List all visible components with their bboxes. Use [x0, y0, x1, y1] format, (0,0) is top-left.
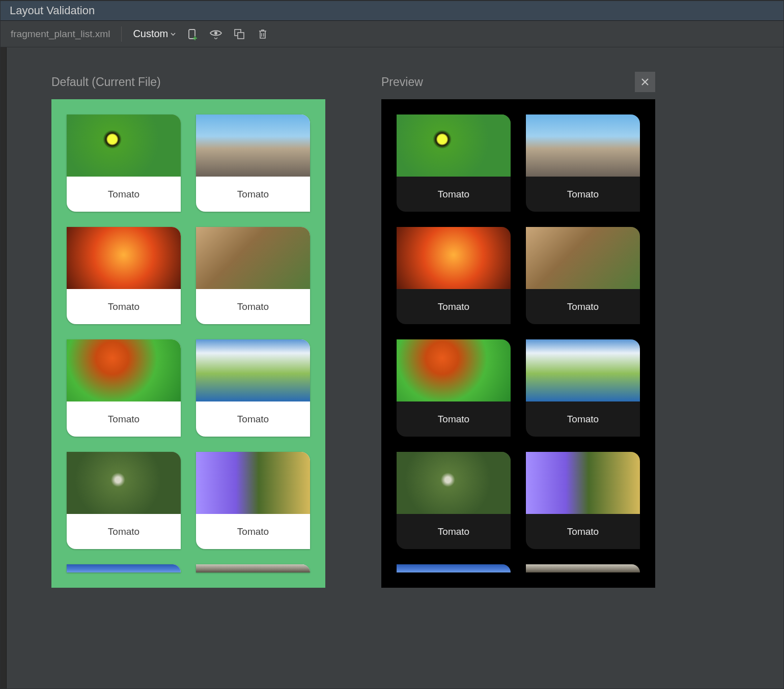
plant-image [397, 564, 511, 572]
plant-image [67, 114, 181, 177]
svg-rect-3 [238, 33, 244, 39]
panel-default: Default (Current File) TomatoTomatoTomat… [51, 72, 325, 672]
plant-image [526, 114, 640, 177]
add-device-icon [186, 28, 199, 40]
plant-image [67, 564, 181, 572]
plant-card[interactable] [526, 564, 640, 572]
plant-image [397, 227, 511, 289]
plant-image [67, 339, 181, 401]
panel-preview: Preview TomatoTomatoTomatoTomatoTomatoTo… [381, 72, 655, 672]
plant-image [196, 564, 310, 572]
visibility-button[interactable] [209, 27, 223, 41]
plant-image [526, 564, 640, 572]
plant-label: Tomato [526, 514, 640, 549]
plant-label: Tomato [67, 289, 181, 324]
filename-label: fragment_plant_list.xml [11, 28, 110, 40]
window-title: Layout Validation [10, 4, 95, 17]
chevron-down-icon [170, 31, 176, 37]
plant-card[interactable]: Tomato [526, 339, 640, 437]
plant-label: Tomato [196, 177, 310, 212]
plant-label: Tomato [67, 177, 181, 212]
plant-label: Tomato [196, 289, 310, 324]
panel-title-preview: Preview [381, 75, 423, 89]
plant-label: Tomato [67, 514, 181, 549]
duplicate-icon [234, 28, 245, 40]
plant-label: Tomato [397, 514, 511, 549]
dropdown-label: Custom [133, 28, 168, 40]
preview-mode-dropdown[interactable]: Custom [133, 28, 176, 40]
trash-icon [258, 28, 268, 40]
plant-card[interactable]: Tomato [526, 227, 640, 324]
plant-image [196, 452, 310, 514]
plant-label: Tomato [526, 289, 640, 324]
plant-label: Tomato [196, 401, 310, 437]
svg-point-1 [214, 32, 217, 35]
plant-card[interactable]: Tomato [397, 227, 511, 324]
plant-image [526, 339, 640, 401]
plant-card[interactable] [196, 564, 310, 572]
plant-image [67, 227, 181, 289]
plant-card[interactable]: Tomato [67, 114, 181, 212]
plant-image [397, 452, 511, 514]
plant-image [196, 114, 310, 177]
plant-label: Tomato [196, 514, 310, 549]
content-area: Default (Current File) TomatoTomatoTomat… [1, 47, 783, 688]
titlebar: Layout Validation [1, 1, 783, 21]
plant-card[interactable]: Tomato [397, 452, 511, 549]
plant-label: Tomato [526, 177, 640, 212]
plant-card[interactable]: Tomato [526, 114, 640, 212]
plant-card[interactable]: Tomato [526, 452, 640, 549]
plant-image [526, 227, 640, 289]
plant-label: Tomato [397, 289, 511, 324]
close-preview-button[interactable] [635, 72, 655, 92]
plant-card[interactable]: Tomato [196, 452, 310, 549]
plant-card[interactable]: Tomato [67, 339, 181, 437]
svg-rect-0 [189, 30, 195, 39]
plant-image [526, 452, 640, 514]
duplicate-button[interactable] [232, 27, 246, 41]
plant-card[interactable]: Tomato [196, 339, 310, 437]
plant-card[interactable]: Tomato [196, 114, 310, 212]
add-device-button[interactable] [185, 27, 200, 41]
plant-card[interactable]: Tomato [67, 452, 181, 549]
plant-label: Tomato [526, 401, 640, 437]
toolbar-separator [121, 26, 122, 42]
plant-card[interactable] [397, 564, 511, 572]
plant-card[interactable]: Tomato [397, 339, 511, 437]
plant-image [397, 339, 511, 401]
plant-label: Tomato [397, 401, 511, 437]
plant-image [196, 339, 310, 401]
plant-card[interactable]: Tomato [67, 227, 181, 324]
plant-card[interactable]: Tomato [196, 227, 310, 324]
plant-image [397, 114, 511, 177]
plant-image [67, 452, 181, 514]
plant-label: Tomato [67, 401, 181, 437]
delete-button[interactable] [256, 27, 270, 41]
plant-image [196, 227, 310, 289]
device-frame-default[interactable]: TomatoTomatoTomatoTomatoTomatoTomatoToma… [51, 99, 325, 588]
device-frame-preview[interactable]: TomatoTomatoTomatoTomatoTomatoTomatoToma… [381, 99, 655, 588]
left-gutter [1, 47, 7, 688]
plant-card[interactable] [67, 564, 181, 572]
close-icon [640, 77, 650, 87]
plant-card[interactable]: Tomato [397, 114, 511, 212]
toolbar: fragment_plant_list.xml Custom [1, 21, 783, 47]
eye-icon [209, 29, 222, 39]
plant-label: Tomato [397, 177, 511, 212]
panel-title-default: Default (Current File) [51, 75, 161, 89]
